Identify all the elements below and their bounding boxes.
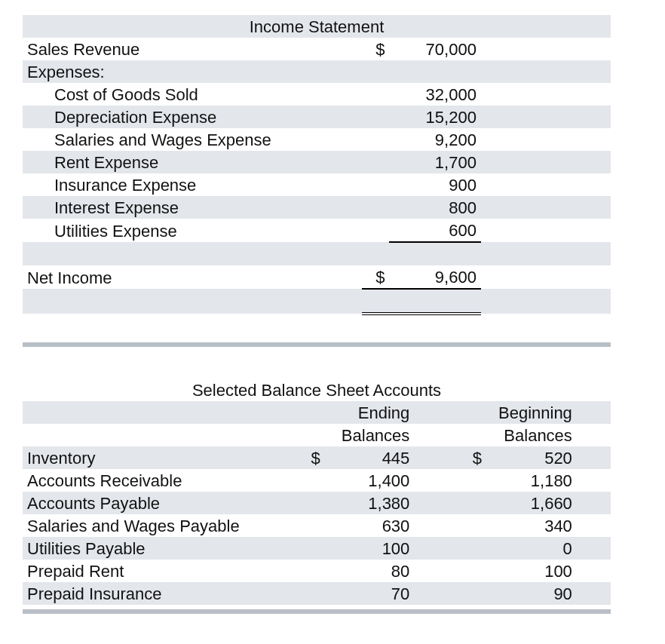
beginning-balance: 100 bbox=[486, 560, 577, 582]
beginning-balance: 340 bbox=[486, 514, 577, 537]
col-header: Beginning bbox=[486, 401, 577, 424]
table-row: Cost of Goods Sold 32,000 bbox=[23, 83, 611, 106]
table-row: Accounts Receivable 1,400 1,180 bbox=[23, 469, 611, 492]
net-income-label: Net Income bbox=[23, 265, 362, 289]
beginning-balance: 520 bbox=[486, 446, 577, 469]
expense-value: 1,700 bbox=[389, 151, 480, 173]
account-label: Accounts Receivable bbox=[23, 469, 298, 492]
expense-value: 32,000 bbox=[389, 83, 480, 106]
currency-symbol: $ bbox=[362, 38, 390, 60]
ending-balance: 70 bbox=[325, 582, 415, 605]
beginning-balance: 0 bbox=[486, 537, 577, 560]
expense-value: 600 bbox=[389, 219, 480, 242]
col-header: Balances bbox=[325, 424, 415, 446]
table-row: Depreciation Expense 15,200 bbox=[23, 106, 611, 128]
divider bbox=[23, 342, 611, 347]
ending-balance: 1,380 bbox=[325, 492, 415, 514]
account-label: Accounts Payable bbox=[23, 492, 298, 514]
sales-revenue-value: 70,000 bbox=[389, 38, 480, 60]
table-row: Sales Revenue $ 70,000 bbox=[23, 38, 611, 60]
table-row: Balances Balances bbox=[23, 424, 611, 446]
beginning-balance: 90 bbox=[486, 582, 577, 605]
table-row: Utilities Expense 600 bbox=[23, 219, 611, 242]
divider bbox=[23, 609, 611, 614]
beginning-balance: 1,660 bbox=[486, 492, 577, 514]
ending-balance: 445 bbox=[325, 446, 415, 469]
expense-value: 15,200 bbox=[389, 106, 480, 128]
sales-revenue-label: Sales Revenue bbox=[23, 38, 362, 60]
ending-balance: 80 bbox=[325, 560, 415, 582]
table-row: Insurance Expense 900 bbox=[23, 173, 611, 196]
expense-label: Insurance Expense bbox=[23, 173, 362, 196]
balance-sheet-title: Selected Balance Sheet Accounts bbox=[23, 379, 611, 401]
ending-balance: 1,400 bbox=[325, 469, 415, 492]
table-row bbox=[23, 314, 611, 338]
account-label: Inventory bbox=[23, 446, 298, 469]
expense-label: Utilities Expense bbox=[23, 219, 362, 242]
table-row bbox=[23, 289, 611, 314]
table-row: Prepaid Rent 80 100 bbox=[23, 560, 611, 582]
col-header: Balances bbox=[486, 424, 577, 446]
table-row: Net Income $ 9,600 bbox=[23, 265, 611, 289]
expense-label: Salaries and Wages Expense bbox=[23, 128, 362, 151]
expense-label: Rent Expense bbox=[23, 151, 362, 173]
table-row: Salaries and Wages Expense 9,200 bbox=[23, 128, 611, 151]
expense-label: Depreciation Expense bbox=[23, 106, 362, 128]
account-label: Prepaid Insurance bbox=[23, 582, 298, 605]
col-header: Ending bbox=[325, 401, 415, 424]
table-row: Salaries and Wages Payable 630 340 bbox=[23, 514, 611, 537]
currency-symbol: $ bbox=[459, 446, 486, 469]
table-row: Accounts Payable 1,380 1,660 bbox=[23, 492, 611, 514]
net-income-value: 9,600 bbox=[389, 265, 480, 289]
table-row: Utilities Payable 100 0 bbox=[23, 537, 611, 560]
ending-balance: 100 bbox=[325, 537, 415, 560]
account-label: Utilities Payable bbox=[23, 537, 298, 560]
table-row: Income Statement bbox=[23, 15, 611, 38]
expense-value: 9,200 bbox=[389, 128, 480, 151]
expense-label: Interest Expense bbox=[23, 196, 362, 219]
table-row: Ending Beginning bbox=[23, 401, 611, 424]
beginning-balance: 1,180 bbox=[486, 469, 577, 492]
table-row bbox=[23, 242, 611, 265]
table-row: Inventory $ 445 $ 520 bbox=[23, 446, 611, 469]
expense-label: Cost of Goods Sold bbox=[23, 83, 362, 106]
expenses-header: Expenses: bbox=[23, 60, 362, 83]
account-label: Salaries and Wages Payable bbox=[23, 514, 298, 537]
table-row: Selected Balance Sheet Accounts bbox=[23, 379, 611, 401]
table-row: Interest Expense 800 bbox=[23, 196, 611, 219]
account-label: Prepaid Rent bbox=[23, 560, 298, 582]
ending-balance: 630 bbox=[325, 514, 415, 537]
table-row: Prepaid Insurance 70 90 bbox=[23, 582, 611, 605]
expense-value: 800 bbox=[389, 196, 480, 219]
currency-symbol: $ bbox=[298, 446, 325, 469]
balance-sheet-table: Selected Balance Sheet Accounts Ending B… bbox=[23, 379, 611, 605]
currency-symbol: $ bbox=[362, 265, 390, 289]
income-statement-table: Income Statement Sales Revenue $ 70,000 … bbox=[23, 15, 611, 338]
table-row: Expenses: bbox=[23, 60, 611, 83]
table-row: Rent Expense 1,700 bbox=[23, 151, 611, 173]
income-statement-title: Income Statement bbox=[23, 15, 611, 38]
expense-value: 900 bbox=[389, 173, 480, 196]
